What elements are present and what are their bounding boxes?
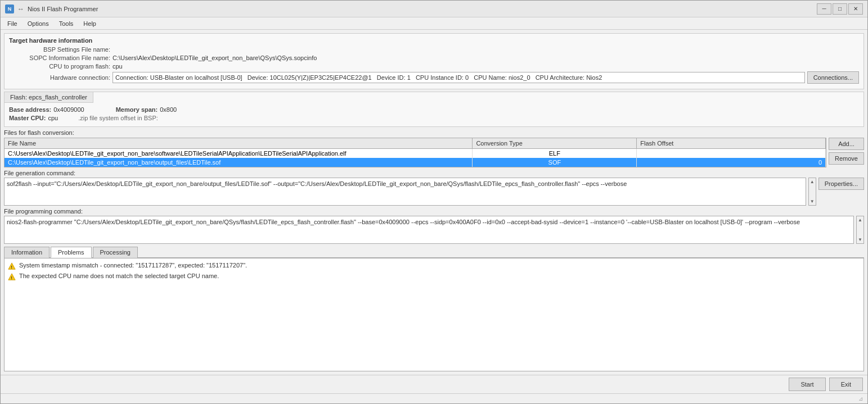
cell-conversion: ELF [473, 149, 637, 158]
flash-info-row: Base address: 0x4009000 Memory span: 0x8… [9, 106, 859, 113]
hw-label: Hardware connection: [9, 74, 110, 81]
file-prog-label: File programming command: [4, 208, 864, 215]
cell-offset [637, 149, 826, 158]
main-content: Target hardware information BSP Settings… [1, 30, 867, 375]
menu-tools[interactable]: Tools [55, 19, 78, 28]
scroll-up-icon-2[interactable]: ▲ [857, 216, 863, 224]
hardware-row: Hardware connection: Connections... [9, 71, 859, 84]
close-button[interactable]: ✕ [848, 3, 863, 15]
cell-conversion: SOF [473, 158, 637, 167]
menu-file[interactable]: File [3, 19, 22, 28]
menu-options[interactable]: Options [23, 19, 53, 28]
svg-text:!: ! [11, 265, 12, 270]
memory-span-label: Memory span: [116, 106, 158, 113]
file-prog-box-wrapper: nios2-flash-programmer "C:/Users/Alex/De… [4, 216, 864, 244]
warning-row: ! System timestamp mismatch - connected:… [8, 262, 860, 270]
flash-cpu-row: Master CPU: cpu .zip file system offset … [9, 115, 859, 121]
title-bar-left: N ↔ Nios II Flash Programmer [5, 4, 98, 13]
scroll-down-icon-2[interactable]: ▼ [857, 236, 863, 243]
table-row[interactable]: C:\Users\Alex\Desktop\LEDTile_git_export… [5, 149, 826, 158]
sopc-label: SOPC Information File name: [9, 55, 110, 61]
files-table-wrapper: File Name Conversion Type Flash Offset C… [4, 138, 826, 167]
file-prog-scrollbar[interactable]: ▲ ▼ [856, 216, 864, 244]
warning-icon: ! [8, 262, 16, 270]
title-bar: N ↔ Nios II Flash Programmer ─ □ ✕ [1, 1, 867, 17]
resize-grip-icon: ⊿ [858, 396, 863, 402]
hardware-connection-input[interactable] [113, 72, 805, 83]
exit-button[interactable]: Exit [829, 378, 863, 391]
col-header-offset: Flash Offset [637, 138, 826, 149]
master-cpu-label: Master CPU: [9, 115, 46, 121]
bsp-label: BSP Settings File name: [9, 46, 110, 53]
remove-button[interactable]: Remove [829, 152, 864, 165]
add-button[interactable]: Add... [829, 138, 864, 150]
target-section-title: Target hardware information [9, 37, 859, 44]
flash-tab: Flash: epcs_flash_controller [5, 92, 93, 103]
memory-span-item: Memory span: 0x800 [116, 106, 177, 113]
cell-offset: 0 [637, 158, 826, 167]
col-header-filename: File Name [5, 138, 473, 149]
resize-icon: ↔ [17, 5, 24, 13]
cpu-label: CPU to program flash: [9, 63, 110, 70]
target-hardware-section: Target hardware information BSP Settings… [4, 33, 864, 89]
svg-text:!: ! [11, 275, 12, 280]
menu-bar: File Options Tools Help [1, 17, 867, 30]
files-buttons: Add... Remove [829, 138, 864, 167]
window-title: Nios II Flash Programmer [28, 6, 98, 12]
minimize-button[interactable]: ─ [817, 3, 831, 15]
tabs-bar: InformationProblemsProcessing [4, 246, 864, 258]
table-header-row: File Name Conversion Type Flash Offset [5, 138, 826, 149]
tab-problems[interactable]: Problems [51, 247, 91, 258]
master-cpu-item: Master CPU: cpu [9, 115, 58, 121]
file-prog-command: nios2-flash-programmer "C:/Users/Alex/De… [4, 216, 854, 244]
sopc-value: C:\Users\Alex\Desktop\LEDTile_git_export… [113, 55, 317, 61]
bottom-panel: ! System timestamp mismatch - connected:… [4, 258, 864, 371]
base-address-label: Base address: [9, 106, 51, 113]
maximize-button[interactable]: □ [833, 3, 847, 15]
menu-help[interactable]: Help [79, 19, 101, 28]
cell-filename: C:\Users\Alex\Desktop\LEDTile_git_export… [5, 149, 473, 158]
file-gen-section: File generation command: sof2flash --inp… [4, 170, 864, 206]
base-address-item: Base address: 0x4009000 [9, 106, 84, 113]
bottom-bar: Start Exit [1, 375, 867, 393]
warning-icon: ! [8, 273, 16, 281]
master-cpu-value: cpu [48, 115, 58, 121]
connections-button[interactable]: Connections... [807, 71, 859, 84]
files-table: File Name Conversion Type Flash Offset C… [5, 138, 826, 167]
base-address-value: 0x4009000 [53, 106, 84, 113]
start-button[interactable]: Start [789, 378, 825, 391]
tab-information[interactable]: Information [4, 247, 50, 258]
cell-filename: C:\Users\Alex\Desktop\LEDTile_git_export… [5, 158, 473, 167]
status-bar: ⊿ [1, 393, 867, 403]
files-section: Files for flash conversion: File Name Co… [4, 129, 864, 167]
tab-processing[interactable]: Processing [93, 247, 138, 258]
table-row[interactable]: C:\Users\Alex\Desktop\LEDTile_git_export… [5, 158, 826, 167]
col-header-conversion: Conversion Type [473, 138, 637, 149]
memory-span-value: 0x800 [160, 106, 177, 113]
bottom-area: InformationProblemsProcessing ! System t… [4, 246, 864, 371]
sopc-row: SOPC Information File name: C:\Users\Ale… [9, 55, 859, 61]
warning-text: The expected CPU name does not match the… [19, 273, 219, 279]
cpu-row: CPU to program flash: cpu [9, 63, 859, 70]
file-gen-label: File generation command: [4, 170, 864, 176]
main-window: N ↔ Nios II Flash Programmer ─ □ ✕ File … [0, 0, 868, 404]
properties-button[interactable]: Properties... [818, 178, 864, 190]
zip-hint: .zip file system offset in BSP: [78, 115, 158, 121]
files-label: Files for flash conversion: [4, 129, 864, 136]
file-gen-box-wrapper: sof2flash --input="C:/Users/Alex/Desktop… [4, 178, 864, 206]
warning-row: ! The expected CPU name does not match t… [8, 273, 860, 281]
warning-text: System timestamp mismatch - connected: "… [19, 262, 247, 269]
app-icon: N [5, 4, 14, 13]
files-container: File Name Conversion Type Flash Offset C… [4, 138, 864, 167]
flash-section: Flash: epcs_flash_controller Base addres… [4, 92, 864, 127]
bsp-row: BSP Settings File name: [9, 46, 859, 53]
cpu-value: cpu [113, 63, 123, 70]
title-bar-controls: ─ □ ✕ [817, 3, 863, 15]
flash-body: Base address: 0x4009000 Memory span: 0x8… [5, 103, 863, 126]
file-gen-scrollbar[interactable]: ▲ ▼ [808, 178, 816, 206]
file-gen-command: sof2flash --input="C:/Users/Alex/Desktop… [4, 178, 806, 206]
scroll-down-icon[interactable]: ▼ [809, 198, 816, 205]
file-prog-section: File programming command: nios2-flash-pr… [4, 208, 864, 244]
scroll-up-icon[interactable]: ▲ [809, 178, 816, 185]
